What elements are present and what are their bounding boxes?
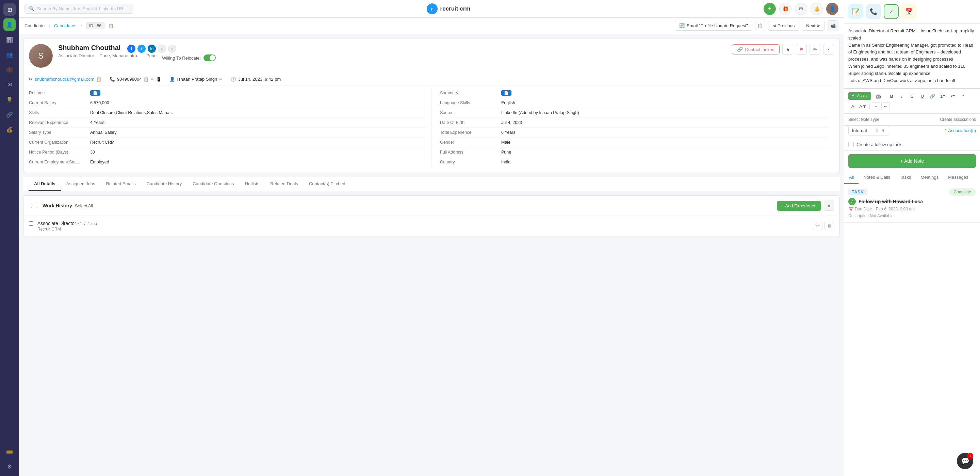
toolbar-ltr-btn[interactable]: ⇒ (872, 102, 880, 110)
email-button[interactable]: ✉ (795, 3, 807, 15)
edit-btn[interactable]: ✏ (810, 44, 821, 55)
breadcrumb-part2[interactable]: Candidates (54, 23, 76, 28)
tab-related-emails[interactable]: Related Emails (100, 177, 141, 191)
sidebar-item-jobs[interactable]: 💼 (3, 63, 16, 75)
activity-tab-all[interactable]: All (844, 171, 859, 184)
prev-icon: ⊲ (772, 23, 776, 28)
resume-file-btn[interactable]: 📄 (90, 90, 100, 96)
toolbar-strike-btn[interactable]: S (907, 92, 916, 101)
edit-phone-icon[interactable]: ✏ (151, 77, 154, 82)
sidebar-item-analytics[interactable]: 📊 (3, 34, 16, 46)
toolbar-ordered-list-btn[interactable]: 1≡ (938, 92, 947, 101)
note-type-select[interactable]: Internal ✕ ▼ (848, 126, 889, 136)
activity-tab-meetings[interactable]: Meetings (916, 171, 943, 184)
task-complete-badge[interactable]: Complete (949, 188, 976, 196)
edit-work-btn[interactable]: ✏ (813, 220, 822, 230)
flag-btn[interactable]: ⚑ (796, 44, 807, 55)
avatar[interactable]: 👤 (826, 3, 838, 15)
rp-calendar-icon[interactable]: 📅 (901, 4, 916, 19)
whatsapp-icon[interactable]: 📱 (156, 77, 161, 82)
more-btn[interactable]: ⋮ (823, 44, 834, 55)
facebook-icon[interactable]: f (127, 45, 135, 53)
toolbar-italic-btn[interactable]: I (897, 92, 906, 101)
toolbar-underline-btn[interactable]: U (918, 92, 927, 101)
sidebar-item-hotlists[interactable]: 💡 (3, 93, 16, 105)
star-btn[interactable]: ★ (782, 44, 793, 55)
sidebar-item-emails[interactable]: ✉ (3, 78, 16, 91)
video-btn[interactable]: 📹 (827, 21, 838, 31)
social-icons: f t in ○ ○ (127, 45, 176, 53)
email-profile-btn[interactable]: 🔄 Email "Profile Update Request" (675, 21, 752, 30)
search-box[interactable]: 🔍 Search By Name, Job, Email & LinkedIn … (24, 4, 134, 14)
gift-button[interactable]: 🎁 (779, 3, 791, 15)
bell-button[interactable]: 🔔 (811, 3, 823, 15)
collapse-work-btn[interactable]: ∨ (824, 201, 834, 211)
work-item-info: Associate Director • 1 yr 1 mo Recruit C… (37, 220, 813, 232)
chevron-note-type-icon[interactable]: ▼ (881, 128, 885, 133)
willing-toggle[interactable] (204, 54, 216, 61)
toolbar-link-btn[interactable]: 🔗 (928, 92, 937, 101)
tab-hotlists[interactable]: Hotlists (240, 177, 265, 191)
sidebar-item-candidates[interactable]: 👤 (3, 18, 16, 30)
toolbar-highlight-btn[interactable]: A▼ (859, 102, 867, 111)
activity-tab-messages[interactable]: Messages (943, 171, 973, 184)
sidebar-item-billing[interactable]: 💳 (3, 446, 16, 458)
linkedin-icon[interactable]: in (148, 45, 156, 53)
tab-candidate-questions[interactable]: Candidate Questions (187, 177, 239, 191)
copy-btn[interactable]: 📋 (755, 21, 765, 31)
note-content-area[interactable]: Associate Director at Recruit CRM – Insu… (844, 24, 980, 88)
github-icon[interactable]: ○ (158, 45, 166, 53)
add-experience-btn[interactable]: + Add Experience (777, 201, 821, 211)
work-item-checkbox[interactable] (29, 221, 33, 226)
select-all-label[interactable]: Select All (75, 203, 93, 208)
copy-id-icon[interactable]: 📋 (108, 24, 114, 28)
delete-work-btn[interactable]: 🗑 (824, 220, 834, 230)
detail-row-skills: Skills Deal Closure,Client Relations,Sal… (29, 108, 426, 118)
rp-check-icon[interactable]: ✓ (884, 4, 899, 19)
email-link[interactable]: shubhamchouthai@gmail.com (35, 77, 94, 82)
toolbar-rtl-btn[interactable]: ⇐ (881, 102, 889, 110)
rp-note-icon[interactable]: 📝 (848, 4, 863, 19)
prev-btn[interactable]: ⊲ Previous (768, 21, 799, 30)
toolbar-unordered-list-btn[interactable]: •≡ (948, 92, 957, 101)
tab-contacts-pitched[interactable]: Contact(s) Pitched (304, 177, 351, 191)
detail-label-exp: Relevant Experience (29, 120, 90, 125)
sidebar-item-settings[interactable]: ⚙ (3, 460, 16, 473)
tab-assigned-jobs[interactable]: Assigned Jobs (61, 177, 101, 191)
sidebar-item-dashboard[interactable]: ⊞ (3, 3, 16, 16)
tab-related-deals[interactable]: Related Deals (265, 177, 304, 191)
toolbar-robot-btn[interactable]: 🤖 (874, 92, 883, 101)
activity-tab-tasks[interactable]: Tasks (895, 171, 916, 184)
toolbar-font-color-btn[interactable]: A (848, 102, 857, 111)
toolbar-quote-btn[interactable]: " (959, 92, 967, 101)
note-toolbar: AI-Assist 🤖 B I S U 🔗 1≡ •≡ " A A▼ ⇒ ⇐ (844, 88, 980, 114)
copy-email-icon[interactable]: 📋 (96, 77, 102, 82)
clock-icon: 🕐 (231, 77, 236, 82)
toolbar-bold-btn[interactable]: B (887, 92, 896, 101)
sidebar-item-integrations[interactable]: 🔗 (3, 108, 16, 121)
add-note-btn[interactable]: + Add Note (848, 154, 976, 168)
twitter-icon[interactable]: t (137, 45, 146, 53)
add-button[interactable]: + (764, 3, 776, 15)
next-btn[interactable]: Next ⊳ (802, 21, 825, 30)
ai-assist-btn[interactable]: AI-Assist (848, 92, 871, 100)
association-value[interactable]: 1 Association(s) (945, 128, 976, 133)
summary-file-btn[interactable]: 📄 (501, 90, 511, 96)
sidebar-item-contacts[interactable]: 👥 (3, 48, 16, 61)
clear-note-type-icon[interactable]: ✕ (875, 128, 879, 133)
chat-bubble[interactable]: 💬 1 (957, 453, 973, 469)
followup-checkbox[interactable] (848, 142, 854, 147)
tab-candidate-history[interactable]: Candidate History (141, 177, 187, 191)
contact-linked-btn[interactable]: 🔗 Contact Linked (732, 44, 780, 54)
rp-call-icon[interactable]: 📞 (866, 4, 881, 19)
edit-owner-icon[interactable]: ✏ (219, 77, 223, 82)
tab-all-details[interactable]: All Details (29, 177, 61, 191)
detail-value-country: India (501, 160, 829, 165)
sidebar-item-deals[interactable]: 💰 (3, 123, 16, 136)
detail-value-total-exp: 6 Years (501, 130, 829, 135)
detail-value-address: Pune (501, 150, 829, 155)
copy-phone-icon[interactable]: 📋 (143, 77, 149, 82)
drag-handle-icon[interactable]: ⋮⋮ (29, 203, 40, 209)
web-icon[interactable]: ○ (168, 45, 176, 53)
activity-tab-notes[interactable]: Notes & Calls (859, 171, 895, 184)
